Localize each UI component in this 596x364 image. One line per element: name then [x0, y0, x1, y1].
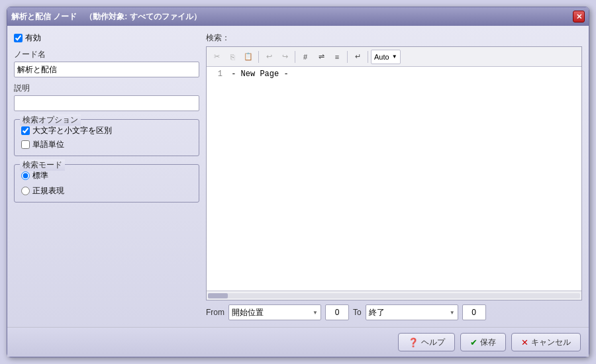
from-combo[interactable]: 開始位置 ▼	[228, 304, 321, 320]
description-input[interactable]	[14, 95, 199, 111]
enabled-row: 有効	[14, 32, 199, 44]
separator-2	[295, 51, 295, 63]
case-sensitive-item: 大文字と小文字を区別	[21, 125, 192, 136]
word-unit-checkbox[interactable]	[21, 140, 30, 149]
save-icon: ✔	[470, 338, 477, 347]
from-combo-arrow-icon: ▼	[313, 310, 318, 316]
search-mode-label: 検索モード	[20, 159, 65, 171]
editor-content[interactable]: 1 - New Page -	[207, 67, 581, 291]
regex-radio[interactable]	[21, 187, 30, 195]
dropdown-arrow-icon: ▼	[392, 54, 397, 60]
line-number-1: 1	[209, 69, 223, 79]
to-combo[interactable]: 終了 ▼	[366, 304, 458, 320]
from-label: From	[206, 308, 224, 317]
right-panel: 検索： ✂ ⎘ 📋 ↩ ↪ # ⇌ ≡ ↵	[206, 32, 582, 320]
search-options-label: 検索オプション	[20, 114, 81, 126]
to-combo-arrow-icon: ▼	[450, 310, 455, 316]
save-label: 保存	[480, 337, 496, 348]
cancel-icon: ✕	[521, 338, 528, 347]
from-value-input[interactable]	[325, 304, 349, 320]
to-value-input[interactable]	[462, 304, 486, 320]
word-unit-item: 単語単位	[21, 139, 192, 150]
hash-button[interactable]: #	[298, 50, 313, 64]
toolbar: ✂ ⎘ 📋 ↩ ↪ # ⇌ ≡ ↵ Auto ▼	[207, 47, 581, 67]
case-sensitive-checkbox[interactable]	[21, 126, 30, 135]
case-sensitive-label: 大文字と小文字を区別	[32, 125, 112, 136]
node-name-label: ノード名	[14, 49, 199, 60]
search-mode-group: 検索モード 標準 正規表現	[14, 164, 199, 203]
description-label: 説明	[14, 83, 199, 94]
footer: ❓ ヘルプ ✔ 保存 ✕ キャンセル	[7, 327, 589, 357]
help-icon: ❓	[408, 338, 419, 347]
search-area-label: 検索：	[206, 32, 582, 44]
from-combo-text: 開始位置	[232, 307, 311, 318]
auto-dropdown[interactable]: Auto ▼	[371, 50, 401, 64]
enabled-label: 有効	[25, 32, 41, 44]
scrollbar-thumb[interactable]	[208, 293, 228, 298]
title-text: 解析と配信 ノード （動作対象: すべてのファイル）	[11, 11, 201, 23]
close-button[interactable]: ✕	[573, 11, 585, 23]
dialog-body: 有効 ノード名 解析と配信 説明 検索オプション 大文字と小文字を区別	[7, 26, 589, 327]
editor-container: ✂ ⎘ 📋 ↩ ↪ # ⇌ ≡ ↵ Auto ▼	[206, 46, 582, 300]
to-label: To	[353, 308, 362, 317]
wrap-button[interactable]: ⇌	[314, 50, 328, 64]
enabled-checkbox[interactable]	[14, 34, 23, 42]
to-combo-text: 終了	[369, 307, 448, 318]
search-options-group: 検索オプション 大文字と小文字を区別 単語単位	[14, 119, 199, 156]
separator-1	[258, 51, 259, 63]
help-button[interactable]: ❓ ヘルプ	[398, 333, 455, 351]
description-field: 説明	[14, 83, 199, 111]
auto-dropdown-text: Auto	[374, 53, 389, 61]
cancel-label: キャンセル	[531, 337, 571, 348]
from-to-bar: From 開始位置 ▼ To 終了 ▼	[206, 300, 582, 320]
undo-button[interactable]: ↩	[262, 50, 276, 64]
standard-radio[interactable]	[21, 171, 30, 180]
line-text-1: - New Page -	[231, 69, 288, 79]
save-button[interactable]: ✔ 保存	[460, 333, 506, 351]
redo-button[interactable]: ↪	[277, 50, 292, 64]
left-panel: 有効 ノード名 解析と配信 説明 検索オプション 大文字と小文字を区別	[14, 32, 199, 320]
cancel-button[interactable]: ✕ キャンセル	[511, 333, 581, 351]
regex-label: 正規表現	[32, 185, 64, 197]
node-name-input[interactable]: 解析と配信	[14, 62, 199, 77]
help-label: ヘルプ	[421, 337, 445, 348]
separator-3	[347, 51, 348, 63]
word-unit-label: 単語単位	[32, 139, 64, 150]
align-button[interactable]: ≡	[330, 50, 344, 64]
standard-radio-item: 標準	[21, 170, 192, 181]
horizontal-scrollbar[interactable]	[207, 291, 581, 300]
title-bar: 解析と配信 ノード （動作対象: すべてのファイル） ✕	[7, 7, 589, 26]
separator-4	[368, 51, 368, 63]
copy-button[interactable]: ⎘	[225, 50, 240, 64]
standard-label: 標準	[32, 170, 48, 181]
dialog-window: 解析と配信 ノード （動作対象: すべてのファイル） ✕ 有効 ノード名 解析と…	[7, 7, 589, 357]
scrollbar-track	[208, 293, 580, 298]
cut-button[interactable]: ✂	[209, 50, 224, 64]
editor-line-1: 1 - New Page -	[209, 69, 579, 79]
node-name-field: ノード名 解析と配信	[14, 49, 199, 77]
return-button[interactable]: ↵	[350, 50, 365, 64]
paste-button[interactable]: 📋	[241, 50, 256, 64]
regex-radio-item: 正規表現	[21, 185, 192, 197]
